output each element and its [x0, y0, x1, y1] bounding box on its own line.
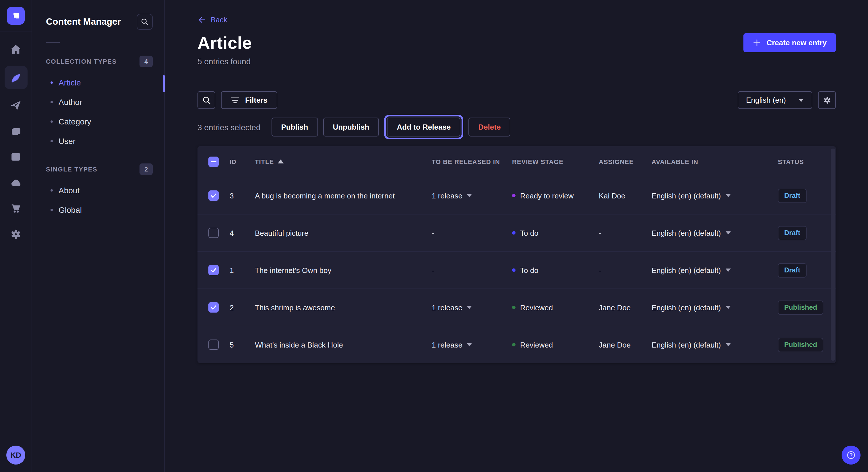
chevron-down-icon: [799, 98, 804, 102]
cell-review-stage: Reviewed: [512, 303, 599, 312]
row-checkbox[interactable]: [208, 191, 219, 201]
cell-title: This shrimp is awesome: [255, 303, 432, 312]
create-new-entry-button[interactable]: Create new entry: [743, 33, 836, 52]
cell-available-in[interactable]: English (en) (default): [652, 191, 778, 200]
plus-icon: [753, 38, 761, 47]
table-row[interactable]: 5 What's inside a Black Hole 1 release R…: [197, 326, 836, 363]
publish-button[interactable]: Publish: [271, 117, 318, 136]
stage-dot: [512, 268, 516, 272]
row-checkbox[interactable]: [208, 302, 219, 312]
locale-select[interactable]: English (en): [737, 91, 812, 109]
strapi-logo-glyph: [11, 11, 21, 21]
table-row[interactable]: 1 The internet's Own boy - To do - Engli…: [197, 251, 836, 289]
media-library-nav-button[interactable]: [4, 122, 27, 140]
layout-icon: [10, 151, 21, 162]
list-settings-button[interactable]: [818, 91, 836, 109]
cell-assignee: -: [599, 229, 652, 237]
status-badge: Draft: [778, 189, 807, 203]
sort-ascending-icon: [278, 160, 284, 164]
releases-nav-button[interactable]: [4, 96, 27, 115]
sidebar-search-button[interactable]: [136, 14, 153, 30]
sidebar-item-global[interactable]: Global: [32, 200, 164, 220]
cell-available-in[interactable]: English (en) (default): [652, 229, 778, 237]
gear-icon: [823, 96, 832, 105]
sidebar-item-author[interactable]: Author: [32, 92, 164, 112]
selection-count: 3 entries selected: [197, 123, 260, 132]
settings-nav-button[interactable]: [4, 225, 27, 244]
strapi-logo[interactable]: [7, 7, 25, 25]
status-badge: Published: [778, 338, 824, 352]
rail-divider: [0, 32, 32, 32]
stage-dot: [512, 194, 516, 197]
chevron-down-icon: [725, 306, 731, 309]
sidebar-item-article[interactable]: Article: [32, 73, 164, 92]
cell-available-in[interactable]: English (en) (default): [652, 303, 778, 312]
table-row[interactable]: 2 This shrimp is awesome 1 release Revie…: [197, 289, 836, 326]
cell-id: 2: [229, 303, 255, 312]
column-header-stage[interactable]: REVIEW STAGE: [512, 158, 599, 165]
sidebar-item-about[interactable]: About: [32, 181, 164, 200]
cell-assignee: Kai Doe: [599, 191, 652, 200]
cell-id: 1: [229, 266, 255, 274]
column-header-assignee[interactable]: ASSIGNEE: [599, 158, 652, 165]
table-scrollbar[interactable]: [831, 148, 835, 361]
user-avatar[interactable]: KD: [6, 446, 25, 465]
main-nav-rail: KD: [0, 0, 32, 472]
cell-review-stage: To do: [512, 266, 599, 274]
cell-available-in[interactable]: English (en) (default): [652, 266, 778, 274]
delete-button[interactable]: Delete: [468, 117, 510, 136]
help-button[interactable]: [842, 446, 861, 465]
status-badge: Published: [778, 300, 824, 314]
column-header-title[interactable]: TITLE: [255, 158, 432, 165]
filters-button[interactable]: Filters: [221, 91, 277, 109]
cell-release[interactable]: 1 release: [432, 191, 512, 200]
column-header-available[interactable]: AVAILABLE IN: [652, 158, 778, 165]
cell-release[interactable]: 1 release: [432, 303, 512, 312]
column-header-release[interactable]: TO BE RELEASED IN: [432, 158, 512, 165]
table-row[interactable]: 4 Beautiful picture - To do - English (e…: [197, 214, 836, 251]
home-nav-button[interactable]: [4, 40, 27, 59]
back-label: Back: [211, 15, 227, 24]
cell-id: 3: [229, 191, 255, 200]
content-type-builder-nav-button[interactable]: [4, 147, 27, 166]
unpublish-button[interactable]: Unpublish: [323, 117, 379, 136]
add-to-release-button[interactable]: Add to Release: [387, 117, 460, 136]
back-link[interactable]: Back: [197, 15, 227, 24]
cell-id: 4: [229, 229, 255, 237]
sidebar-item-user[interactable]: User: [32, 131, 164, 151]
content-manager-nav-button[interactable]: [4, 66, 27, 89]
single-types-section: SINGLE TYPES 2 About Global: [32, 164, 164, 220]
stage-dot: [512, 343, 516, 346]
row-checkbox[interactable]: [208, 339, 219, 350]
cloud-nav-button[interactable]: [4, 173, 27, 192]
cell-release[interactable]: 1 release: [432, 340, 512, 349]
selection-action-bar: 3 entries selected Publish Unpublish Add…: [197, 117, 510, 136]
select-all-checkbox[interactable]: [208, 156, 219, 167]
sidebar-item-category[interactable]: Category: [32, 112, 164, 131]
status-badge: Draft: [778, 263, 807, 277]
chevron-down-icon: [467, 306, 472, 309]
search-button[interactable]: [197, 91, 215, 109]
cell-title: Beautiful picture: [255, 229, 432, 237]
table-row[interactable]: 3 A bug is becoming a meme on the intern…: [197, 177, 836, 214]
main-content: Back Article 5 entries found Create new …: [165, 0, 868, 472]
row-checkbox[interactable]: [208, 228, 219, 238]
search-icon: [202, 96, 211, 105]
row-checkbox[interactable]: [208, 265, 219, 275]
cell-available-in[interactable]: English (en) (default): [652, 340, 778, 349]
column-header-status[interactable]: STATUS: [778, 158, 836, 165]
marketplace-nav-button[interactable]: [4, 199, 27, 218]
column-header-id[interactable]: ID: [229, 158, 255, 165]
content-manager-sidebar: Content Manager COLLECTION TYPES 4 Artic…: [32, 0, 165, 472]
cell-assignee: Jane Doe: [599, 340, 652, 349]
cell-assignee: Jane Doe: [599, 303, 652, 312]
single-types-label: SINGLE TYPES: [46, 166, 97, 173]
chevron-down-icon: [467, 194, 472, 197]
cell-status: Draft: [778, 263, 836, 277]
search-icon: [141, 18, 149, 26]
page-title: Article: [197, 33, 252, 53]
collection-types-count-badge: 4: [140, 56, 153, 67]
chevron-down-icon: [725, 231, 731, 235]
cell-title: The internet's Own boy: [255, 266, 432, 274]
cell-status: Published: [778, 338, 836, 352]
